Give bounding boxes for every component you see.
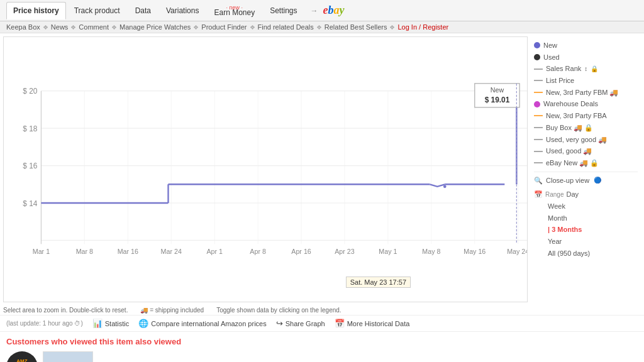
globe-icon: 🌐	[138, 319, 148, 328]
svg-text:$ 19.01: $ 19.01	[485, 96, 510, 104]
nav-related-best-sellers[interactable]: Related Best Sellers	[325, 23, 387, 31]
svg-text:Mar 1: Mar 1	[33, 248, 50, 255]
statistic-button[interactable]: 📊 Statistic	[92, 319, 130, 328]
legend-ebay-new-line	[534, 162, 543, 163]
legend-divider	[534, 172, 638, 172]
arrow-separator: →	[311, 6, 318, 15]
customers-section: Customers who viewed this item also view…	[0, 331, 644, 362]
svg-text:Mar 24: Mar 24	[161, 248, 182, 255]
range-year[interactable]: Year	[548, 236, 562, 248]
nav-bar: Keepa Box ❖ News ❖ Comment ❖ Manage Pric…	[0, 21, 644, 33]
svg-text:May 1: May 1	[379, 248, 397, 255]
tab-earn-money[interactable]: · new · Earn Money	[207, 0, 262, 21]
legend-used-good-line	[534, 151, 543, 152]
customers-title: Customers who viewed this item also view…	[6, 337, 638, 346]
legend-close-up-row: 🔍 Close-up view 🔵	[534, 175, 638, 187]
price-chart[interactable]: $ 14 $ 16 $ 18 $ 20 Mar 1 Mar 8 Mar 16 M…	[4, 37, 527, 302]
bottom-toolbar: (last update: 1 hour ago ⏱) 📊 Statistic …	[0, 315, 644, 331]
more-historical-button[interactable]: 📅 More Historical Data	[335, 319, 410, 328]
share-icon: ↪	[276, 319, 283, 328]
bar-chart-icon: 📊	[92, 319, 103, 328]
legend-used-good[interactable]: Used, good 🚚	[534, 145, 638, 157]
legend-warehouse-dot	[534, 101, 540, 107]
nav-comment[interactable]: Comment	[79, 23, 109, 31]
legend-used-very-good-line	[534, 139, 543, 140]
legend-new[interactable]: New	[534, 40, 638, 52]
svg-text:May 24: May 24	[507, 248, 527, 255]
legend-sales-rank[interactable]: Sales Rank ↕ 🔒	[534, 63, 638, 75]
legend-buy-box[interactable]: Buy Box 🚚 🔒	[534, 122, 638, 134]
svg-text:Mar 8: Mar 8	[76, 248, 93, 255]
calendar-icon: 📅	[335, 319, 345, 328]
legend-ebay-new[interactable]: eBay New 🚚 🔒	[534, 157, 638, 169]
legend-new-3p-fba-line	[534, 115, 543, 116]
share-graph-button[interactable]: ↪ Share Graph	[276, 319, 325, 328]
legend-used-very-good[interactable]: Used, very good 🚚	[534, 134, 638, 146]
legend-sales-rank-line	[534, 69, 543, 70]
range-section: 📅 Range Day Week Month | 3 Months Year A…	[534, 189, 638, 259]
compare-prices-button[interactable]: 🌐 Compare international Amazon prices	[138, 319, 266, 328]
tab-data[interactable]: Data	[128, 2, 158, 19]
date-tooltip: Sat. May 23 17:57	[346, 277, 411, 288]
tab-price-history[interactable]: Price history	[6, 2, 66, 19]
chart-legend: New Used Sales Rank ↕ 🔒 List Price New, …	[531, 36, 641, 302]
svg-point-33	[443, 185, 447, 188]
legend-buy-box-line	[534, 127, 543, 128]
svg-text:Apr 1: Apr 1	[206, 248, 223, 255]
ebay-logo: ebay	[323, 4, 345, 17]
range-3months[interactable]: | 3 Months	[548, 224, 582, 236]
last-update-text: (last update: 1 hour ago ⏱)	[6, 320, 83, 327]
chart-notes: Select area to zoom in. Double-click to …	[0, 305, 644, 315]
range-month[interactable]: Month	[548, 212, 567, 224]
nav-news[interactable]: News	[51, 23, 69, 31]
svg-text:$ 18: $ 18	[23, 124, 38, 133]
svg-text:May 16: May 16	[464, 248, 486, 255]
svg-text:$ 20: $ 20	[23, 87, 38, 96]
range-week[interactable]: Week	[548, 200, 565, 212]
legend-new-3p-fbm[interactable]: New, 3rd Party FBM 🚚	[534, 87, 638, 99]
legend-new-3p-fba[interactable]: New, 3rd Party FBA	[534, 110, 638, 122]
range-all[interactable]: All (950 days)	[548, 248, 590, 260]
chart-container: $ 14 $ 16 $ 18 $ 20 Mar 1 Mar 8 Mar 16 M…	[3, 36, 528, 302]
svg-text:$ 16: $ 16	[23, 162, 38, 170]
svg-text:$ 14: $ 14	[23, 199, 38, 208]
svg-text:Apr 8: Apr 8	[250, 248, 266, 255]
range-day[interactable]: Day	[566, 189, 579, 200]
svg-text:May 8: May 8	[422, 248, 440, 255]
nav-find-related-deals[interactable]: Find related Deals	[258, 23, 314, 31]
legend-list-price-line	[534, 80, 543, 81]
nav-login-register[interactable]: Log In / Register	[397, 23, 448, 31]
legend-new-dot	[534, 42, 540, 48]
svg-text:Apr 23: Apr 23	[335, 248, 355, 255]
tab-variations[interactable]: Variations	[159, 2, 206, 19]
product-thumb-1[interactable]	[43, 351, 93, 362]
calendar-icon: 📅	[534, 189, 543, 200]
tab-track-product[interactable]: Track product	[67, 2, 127, 19]
tabs-bar: Price history Track product Data Variati…	[0, 0, 644, 21]
main-content: $ 14 $ 16 $ 18 $ 20 Mar 1 Mar 8 Mar 16 M…	[0, 33, 644, 305]
search-icon: 🔍	[534, 175, 543, 187]
legend-new-3p-fbm-line	[534, 92, 543, 93]
nav-product-finder[interactable]: Product Finder	[201, 23, 247, 31]
legend-used[interactable]: Used	[534, 52, 638, 63]
nav-keepa-box[interactable]: Keepa Box	[6, 23, 40, 31]
amz-scout-logo: AMZ🔍SCOUT	[6, 351, 38, 362]
products-row: AMZ🔍SCOUT	[6, 351, 638, 362]
legend-used-dot	[534, 54, 540, 60]
svg-text:Apr 16: Apr 16	[291, 248, 311, 255]
legend-list-price[interactable]: List Price	[534, 75, 638, 87]
legend-warehouse[interactable]: Warehouse Deals	[534, 98, 638, 110]
svg-text:Mar 16: Mar 16	[118, 248, 138, 255]
nav-manage-price-watches[interactable]: Manage Price Watches	[119, 23, 191, 31]
svg-text:New: New	[491, 86, 504, 94]
tab-settings[interactable]: Settings	[263, 2, 304, 19]
